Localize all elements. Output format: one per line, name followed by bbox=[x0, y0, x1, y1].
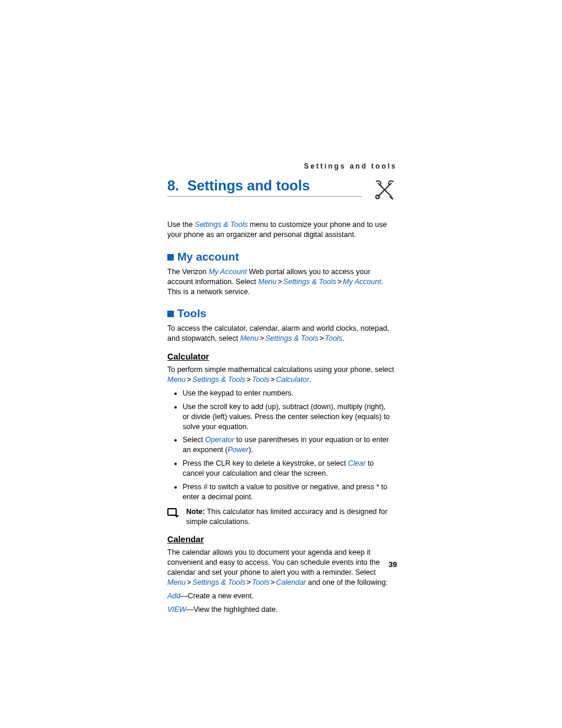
list-item: Use the keypad to enter numbers. bbox=[183, 388, 397, 398]
tools-link[interactable]: Tools bbox=[252, 578, 269, 587]
chapter-title-text: Settings and tools bbox=[187, 177, 310, 193]
my-account-heading: My account bbox=[167, 251, 397, 263]
svg-rect-1 bbox=[168, 509, 176, 515]
calendar-add: Add—Create a new event. bbox=[167, 591, 397, 601]
chapter-title: 8.Settings and tools bbox=[167, 177, 362, 197]
tools-link[interactable]: Tools bbox=[252, 375, 269, 384]
svg-point-0 bbox=[376, 195, 379, 199]
clear-link[interactable]: Clear bbox=[348, 459, 366, 467]
menu-link[interactable]: Menu bbox=[258, 278, 276, 286]
page-container: Settings and tools 8.Settings and tools … bbox=[0, 0, 562, 728]
note-text: Note: This calculator has limited accura… bbox=[186, 507, 397, 527]
running-header: Settings and tools bbox=[167, 162, 397, 170]
tools-paragraph: To access the calculator, calendar, alar… bbox=[167, 324, 397, 344]
bullet-square-icon bbox=[167, 311, 174, 317]
chapter-number: 8. bbox=[167, 177, 179, 193]
calculator-intro: To perform simple mathematical calculati… bbox=[167, 365, 397, 385]
calendar-intro: The calendar allows you to document your… bbox=[167, 548, 397, 588]
menu-link[interactable]: Menu bbox=[240, 334, 259, 342]
view-link[interactable]: VIEW bbox=[167, 605, 186, 614]
chapter-title-row: 8.Settings and tools bbox=[167, 177, 397, 205]
calendar-heading: Calendar bbox=[167, 535, 397, 544]
note-label: Note: bbox=[186, 508, 205, 516]
intro-paragraph: Use the Settings & Tools menu to customi… bbox=[167, 220, 397, 240]
calendar-view: VIEW—View the highlighted date. bbox=[167, 605, 397, 615]
list-item: Press the CLR key to delete a keystroke,… bbox=[183, 459, 397, 479]
tools-link[interactable]: Tools bbox=[325, 334, 342, 342]
calendar-link[interactable]: Calendar bbox=[276, 578, 306, 587]
my-account-link[interactable]: My Account bbox=[209, 268, 247, 276]
list-item: Select Operator to use parentheses in yo… bbox=[183, 435, 397, 455]
list-item: Use the scroll key to add (up), subtract… bbox=[183, 402, 397, 432]
calculator-link[interactable]: Calculator bbox=[276, 375, 309, 384]
settings-tools-link[interactable]: Settings & Tools bbox=[193, 578, 246, 587]
note-icon bbox=[167, 508, 180, 521]
note-row: Note: This calculator has limited accura… bbox=[167, 507, 397, 527]
page-number: 39 bbox=[389, 560, 397, 569]
bullet-square-icon bbox=[167, 254, 174, 261]
settings-tools-link[interactable]: Settings & Tools bbox=[265, 334, 318, 342]
my-account-path-link[interactable]: My Account bbox=[343, 278, 381, 286]
calculator-list: Use the keypad to enter numbers. Use the… bbox=[167, 388, 397, 502]
settings-tools-link[interactable]: Settings & Tools bbox=[283, 278, 336, 286]
tools-icon bbox=[372, 177, 397, 205]
list-item: Press # to switch a value to positive or… bbox=[183, 482, 397, 502]
my-account-paragraph: The Verizon My Account Web portal allows… bbox=[167, 267, 397, 297]
operator-link[interactable]: Operator bbox=[205, 436, 234, 444]
calculator-heading: Calculator bbox=[167, 352, 397, 361]
tools-heading: Tools bbox=[167, 307, 397, 320]
add-link[interactable]: Add bbox=[167, 592, 180, 600]
menu-link[interactable]: Menu bbox=[167, 375, 186, 384]
settings-tools-link[interactable]: Settings & Tools bbox=[195, 220, 248, 229]
menu-link[interactable]: Menu bbox=[167, 578, 186, 587]
settings-tools-link[interactable]: Settings & Tools bbox=[193, 375, 246, 384]
power-link[interactable]: Power bbox=[227, 446, 248, 454]
